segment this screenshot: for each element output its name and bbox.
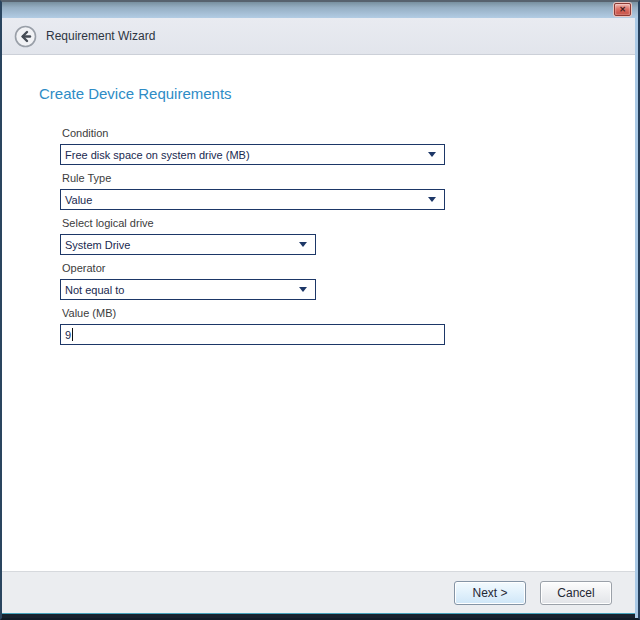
page-title: Create Device Requirements [39, 85, 638, 102]
condition-select[interactable]: Free disk space on system drive (MB) [60, 144, 445, 165]
close-icon: ✕ [619, 5, 626, 15]
condition-field: Condition Free disk space on system driv… [60, 127, 638, 165]
next-button[interactable]: Next > [454, 581, 526, 605]
value-field: Value (MB) 9 [60, 307, 638, 345]
close-button[interactable]: ✕ [614, 3, 631, 16]
rule-type-select[interactable]: Value [60, 189, 445, 210]
condition-selected-value: Free disk space on system drive (MB) [65, 149, 250, 161]
logical-drive-select[interactable]: System Drive [60, 234, 316, 255]
wizard-header: Requirement Wizard [2, 18, 638, 55]
chevron-down-icon [299, 242, 307, 247]
logical-drive-field: Select logical drive System Drive [60, 217, 638, 255]
chevron-down-icon [299, 287, 307, 292]
text-caret [72, 328, 73, 341]
cancel-button[interactable]: Cancel [540, 581, 612, 605]
title-bar: ✕ [2, 2, 638, 18]
back-button[interactable] [14, 25, 37, 48]
value-input[interactable]: 9 [60, 324, 445, 345]
operator-field: Operator Not equal to [60, 262, 638, 300]
chevron-down-icon [428, 152, 436, 157]
requirement-wizard-window: ✕ Requirement Wizard Create Device Requi… [0, 0, 640, 620]
chevron-down-icon [428, 197, 436, 202]
logical-drive-selected-value: System Drive [65, 239, 130, 251]
operator-label: Operator [62, 262, 638, 274]
operator-selected-value: Not equal to [65, 284, 124, 296]
wizard-content: Create Device Requirements Condition Fre… [2, 55, 638, 571]
requirements-form: Condition Free disk space on system driv… [60, 127, 638, 345]
window-bottom-frame [2, 613, 638, 618]
value-label: Value (MB) [62, 307, 638, 319]
rule-type-selected-value: Value [65, 194, 92, 206]
logical-drive-label: Select logical drive [62, 217, 638, 229]
rule-type-label: Rule Type [62, 172, 638, 184]
condition-label: Condition [62, 127, 638, 139]
operator-select[interactable]: Not equal to [60, 279, 316, 300]
back-arrow-icon [14, 25, 37, 48]
value-input-text: 9 [65, 329, 71, 341]
window-title: Requirement Wizard [46, 29, 155, 43]
rule-type-field: Rule Type Value [60, 172, 638, 210]
wizard-footer: Next > Cancel [2, 571, 638, 613]
